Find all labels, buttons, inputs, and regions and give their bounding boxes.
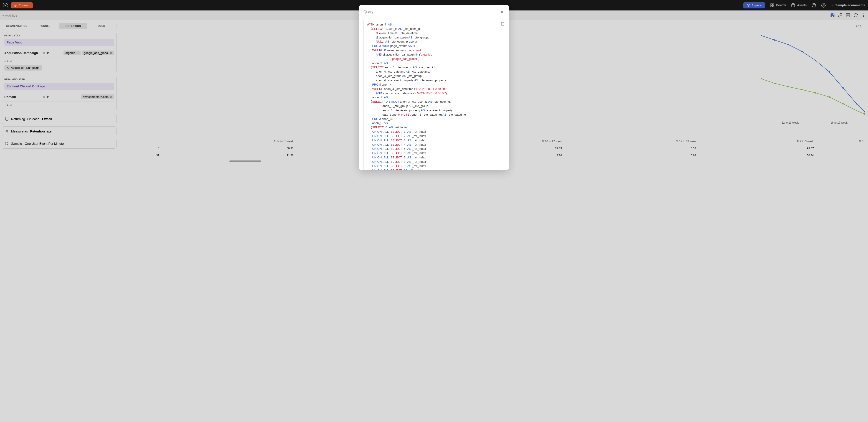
clipboard-icon[interactable] <box>501 22 505 26</box>
modal-overlay[interactable]: Query ✕ WITH anon_4 AS (SELECT t1.user_i… <box>0 0 868 164</box>
sql-code[interactable]: WITH anon_4 AS (SELECT t1.user_id AS _ct… <box>367 23 504 164</box>
modal-title: Query <box>364 10 373 14</box>
query-box: WITH anon_4 AS (SELECT t1.user_id AS _ct… <box>364 19 507 164</box>
svg-rect-43 <box>502 22 503 23</box>
modal-body: WITH anon_4 AS (SELECT t1.user_id AS _ct… <box>359 19 509 164</box>
query-modal: Query ✕ WITH anon_4 AS (SELECT t1.user_i… <box>359 5 509 164</box>
modal-header: Query ✕ <box>359 5 509 19</box>
close-icon[interactable]: ✕ <box>499 9 504 16</box>
